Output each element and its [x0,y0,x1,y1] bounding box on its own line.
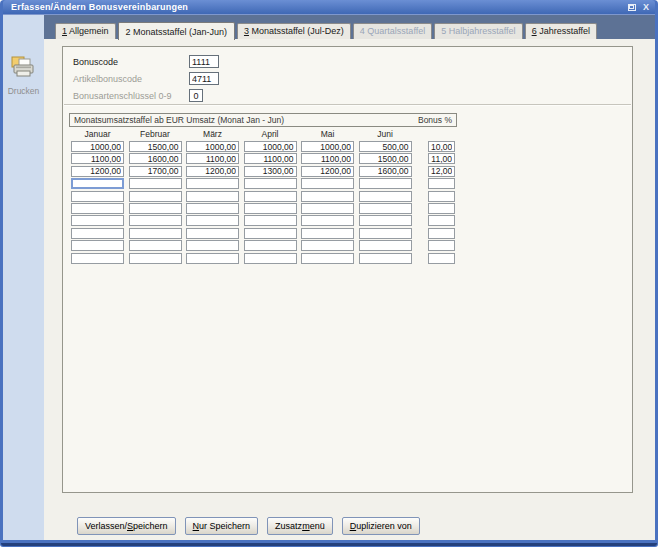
grid-header-bar: Monatsumsatzstaffel ab EUR Umsatz (Monat… [69,113,457,127]
grid-cell-mai[interactable] [301,178,354,189]
grid-cell-juni[interactable] [359,253,412,264]
month-label-juni: Juni [359,129,412,139]
bonuscode-field[interactable] [189,55,219,68]
grid-row [71,178,455,189]
grid-cell-april[interactable] [244,166,297,177]
grid-cell-februar[interactable] [129,253,182,264]
grid-cell-märz[interactable] [186,253,239,264]
grid-cell-april[interactable] [244,240,297,251]
grid-cell-juni[interactable] [359,228,412,239]
grid-cell-bonus[interactable] [428,153,455,164]
grid-cell-bonus[interactable] [428,178,455,189]
grid-cell-mai[interactable] [301,141,354,152]
tab-allgemein[interactable]: 1 Allgemein [55,23,116,39]
grid-cell-juni[interactable] [359,166,412,177]
verlassen-speichern-button[interactable]: Verlassen/Speichern [77,517,176,535]
artikelbonuscode-field[interactable] [189,72,219,85]
grid-row [71,228,455,239]
grid-cell-mai[interactable] [301,228,354,239]
grid-cell-bonus[interactable] [428,228,455,239]
grid-cell-juni[interactable] [359,141,412,152]
grid-cell-januar[interactable] [71,153,124,164]
grid-cell-märz[interactable] [186,203,239,214]
grid-cell-märz[interactable] [186,178,239,189]
grid-cell-bonus[interactable] [428,141,455,152]
grid-cell-mai[interactable] [301,240,354,251]
grid-cell-januar[interactable] [71,240,124,251]
grid-cell-januar[interactable] [71,141,124,152]
form-row-artikelbonuscode: Artikelbonuscode [73,72,219,85]
grid-cell-februar[interactable] [129,153,182,164]
grid-cell-mai[interactable] [301,203,354,214]
grid-cell-märz[interactable] [186,215,239,226]
grid-row [71,253,455,264]
grid-cell-februar[interactable] [129,178,182,189]
tab-monatsstaffel-jul-dez[interactable]: 3 Monatsstaffel (Jul-Dez) [237,23,351,39]
tab-monatsstaffel-jan-jun[interactable]: 2 Monatsstaffel (Jan-Jun) [118,22,235,40]
grid-cell-märz[interactable] [186,240,239,251]
grid-cell-januar[interactable] [71,215,124,226]
grid-cell-mai[interactable] [301,166,354,177]
grid-cell-bonus[interactable] [428,240,455,251]
grid-cell-februar[interactable] [129,166,182,177]
grid-cell-januar[interactable] [71,203,124,214]
grid-cell-juni[interactable] [359,191,412,202]
grid-row [71,166,455,177]
grid-cell-april[interactable] [244,153,297,164]
grid-cell-april[interactable] [244,141,297,152]
bonusartenschluessel-label: Bonusartenschlüssel 0-9 [73,91,189,101]
grid-cell-mai[interactable] [301,253,354,264]
grid-cell-februar[interactable] [129,203,182,214]
nur-speichern-button[interactable]: Nur Speichern [185,517,259,535]
grid-row [71,153,455,164]
grid-cell-märz[interactable] [186,141,239,152]
grid-cell-april[interactable] [244,203,297,214]
grid-cell-bonus[interactable] [428,215,455,226]
grid-cell-april[interactable] [244,228,297,239]
grid-cell-februar[interactable] [129,191,182,202]
grid-cell-januar[interactable] [71,166,124,177]
grid-cell-juni[interactable] [359,203,412,214]
grid-cell-juni[interactable] [359,178,412,189]
grid-cell-januar[interactable] [71,253,124,264]
grid-cell-mai[interactable] [301,153,354,164]
grid-cell-april[interactable] [244,191,297,202]
grid-cell-april[interactable] [244,215,297,226]
month-label-april: April [244,129,297,139]
month-label-februar: Februar [129,129,182,139]
month-labels-row: Januar Februar März April Mai Juni [71,129,416,139]
grid-cell-juni[interactable] [359,215,412,226]
grid-cell-januar[interactable] [71,228,124,239]
close-icon[interactable]: X [643,3,649,12]
grid-cell-märz[interactable] [186,153,239,164]
grid-cell-mai[interactable] [301,191,354,202]
month-label-maerz: März [186,129,239,139]
grid-cell-februar[interactable] [129,215,182,226]
grid-cell-januar[interactable] [71,191,124,202]
grid-cell-märz[interactable] [186,228,239,239]
zusatzmenu-button[interactable]: Zusatzmenü [267,517,333,535]
grid-cell-märz[interactable] [186,191,239,202]
duplizieren-von-button[interactable]: Duplizieren von [342,517,420,535]
tab-jahresstaffel[interactable]: 6 Jahresstaffel [525,23,597,39]
grid-cell-bonus[interactable] [428,253,455,264]
grid-cell-februar[interactable] [129,240,182,251]
bonusartenschluessel-field[interactable] [189,89,203,102]
grid-cell-bonus[interactable] [428,203,455,214]
grid-cell-januar[interactable] [71,178,124,189]
grid-cell-bonus[interactable] [428,191,455,202]
title-bar[interactable]: Erfassen/Ändern Bonusvereinbarungen X [3,0,655,15]
grid-cell-märz[interactable] [186,166,239,177]
grid-cell-februar[interactable] [129,141,182,152]
bonus-form: Bonuscode Artikelbonuscode Bonusartensch… [73,55,219,106]
grid-cell-mai[interactable] [301,215,354,226]
grid-cell-april[interactable] [244,178,297,189]
restore-window-icon[interactable] [628,4,636,11]
grid-cell-juni[interactable] [359,240,412,251]
grid-cell-februar[interactable] [129,228,182,239]
grid-cell-juni[interactable] [359,153,412,164]
print-icon[interactable] [10,55,37,83]
grid-cell-bonus[interactable] [428,166,455,177]
grid-cell-april[interactable] [244,253,297,264]
bonuscode-label: Bonuscode [73,57,189,67]
